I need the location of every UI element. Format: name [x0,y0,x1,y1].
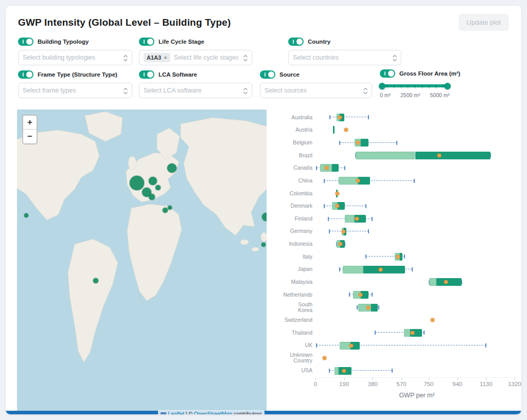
building-typology-placeholder: Select building typologies [23,54,95,61]
map-zoom-control: + − [22,115,38,144]
lca-software-toggle[interactable] [139,70,154,79]
box-median-q3 [363,266,405,273]
frame-type-toggle[interactable] [18,70,33,79]
whisker-cap-max [412,267,413,271]
map-data-marker[interactable] [261,243,266,247]
country-select[interactable]: Select countries [288,50,401,65]
whisker-line [330,117,368,117]
filter-country: Country Select countries [288,38,401,65]
zoom-in-button[interactable]: + [23,116,37,130]
box-row [315,314,518,326]
zoom-out-button[interactable]: − [23,130,37,143]
y-axis-label: Malaysia [282,276,315,288]
gfa-slider-tick [394,85,394,88]
whisker-cap-max [368,115,369,119]
whisker-cap-max [414,179,415,183]
y-axis-label: Japan [282,263,315,276]
gfa-slider-handle-min[interactable] [379,83,385,89]
map-data-marker[interactable] [130,176,144,190]
whisker-cap-max [396,141,397,145]
world-map[interactable]: + − Leaflet | © OpenStreetMap contributo… [17,109,267,415]
whisker-cap-min [324,204,325,208]
leaflet-link[interactable]: Leaflet [168,411,184,415]
mean-dot [359,293,362,297]
box-row [315,364,518,377]
x-tick-label: 750 [424,381,433,387]
y-axis-label: UK [282,339,315,352]
update-plot-button[interactable]: Update plot [459,14,510,31]
y-axis-label: Thailand [282,326,315,339]
whisker-cap-max [372,217,373,221]
box-median-q3 [361,139,368,147]
map-data-marker[interactable] [262,213,267,221]
map-attribution: Leaflet | © OpenStreetMap contributors [158,410,265,415]
lca-software-select[interactable]: Select LCA software [139,83,252,98]
y-axis-label: Germany [282,225,315,238]
box-q1-median [340,342,350,350]
box-q1-median [404,329,410,337]
map-data-marker[interactable] [149,194,155,200]
box-median-q3 [415,152,491,159]
unfold-icon [123,54,128,64]
whisker-line [324,206,366,206]
box-row [315,339,518,352]
chip-remove-icon[interactable]: × [164,54,167,61]
map-data-marker[interactable] [163,208,168,213]
whisker-cap-max [368,229,369,233]
unfold-icon [243,87,248,97]
filter-gross-floor-area: Gross Floor Area (m²) 0 m² 2500 m² 5000 … [380,69,450,98]
map-data-marker[interactable] [168,206,172,210]
box-q1-median [335,367,339,375]
header: GWP Intensity (Global Level – Building T… [6,6,521,33]
map-data-marker[interactable] [93,278,98,283]
building-typology-select[interactable]: Select building typologies [18,50,132,65]
whisker-cap-max [365,204,366,208]
y-axis-label: Austria [282,124,315,137]
map-data-marker[interactable] [149,177,157,185]
whisker-cap-max [344,166,345,170]
source-toggle[interactable] [260,70,275,79]
filter-building-typology: Building Typology Select building typolo… [18,38,132,65]
gfa-slider-handle-max[interactable] [444,83,451,89]
gfa-mid-label: 2500 m² [400,92,420,98]
unfold-icon [123,87,128,97]
frame-type-select[interactable]: Select frame types [18,83,132,98]
y-axis-label: Brazil [282,149,315,162]
source-select[interactable]: Select sources [260,83,372,98]
box-q1-median [339,177,358,185]
whisker-cap-min [329,369,330,373]
box-median-q3 [436,278,462,286]
source-label: Source [279,71,300,78]
box-row [315,162,518,175]
openstreetmap-link[interactable]: OpenStreetMap [194,411,232,415]
y-axis-label: Denmark [282,199,315,212]
building-typology-label: Building Typology [38,39,89,45]
frame-type-placeholder: Select frame types [23,87,76,94]
whisker-cap-min [324,179,325,183]
map-data-marker[interactable] [24,213,28,217]
map-data-marker[interactable] [167,163,177,173]
country-toggle[interactable] [288,38,304,46]
gross-floor-area-toggle[interactable] [380,69,395,78]
unfold-icon [392,54,397,64]
filter-source: Source Select sources [260,70,372,98]
box-row [315,263,518,276]
mean-dot [349,344,353,348]
y-axis-label: USA [282,364,315,377]
map-data-marker[interactable] [155,185,161,190]
whisker-cap-max [424,331,425,335]
building-typology-toggle[interactable] [18,38,33,46]
x-axis-title: GWP per m² [315,392,518,399]
box-median-q3 [358,177,370,185]
unfold-icon [363,87,368,97]
life-cycle-stage-toggle[interactable] [139,38,154,46]
ukraine-flag-icon [161,412,166,415]
y-axis-label: Netherlands [282,288,315,301]
x-tick-mark [429,378,429,380]
gfa-range-slider[interactable] [380,82,450,89]
y-axis-label: China [282,174,315,187]
box-row [315,238,518,251]
box-median-q3 [332,164,339,172]
life-cycle-stage-select[interactable]: A1A3 × Select life cycle stages [139,50,252,65]
box-row [315,288,518,301]
